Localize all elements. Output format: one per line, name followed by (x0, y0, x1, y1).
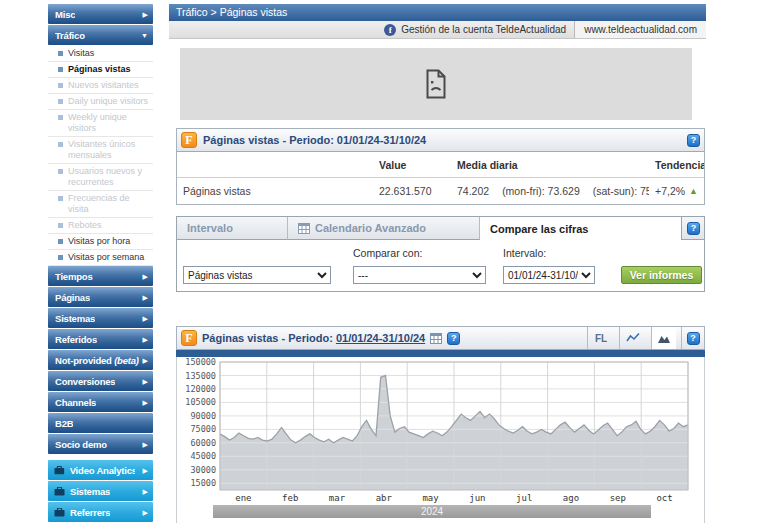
timeline-scrollbar[interactable]: 2024 (213, 505, 651, 518)
svg-text:75000: 75000 (190, 424, 216, 434)
chevron-right-icon: ▶ (140, 441, 148, 448)
tabs-row-filler: ? (682, 217, 704, 240)
bullet-icon (58, 223, 63, 228)
chevron-right-icon: ▶ (140, 509, 148, 516)
fl-toggle-button[interactable]: FL (587, 327, 614, 349)
pageviews-area-chart: 1500030000450006000075000900001050001200… (176, 357, 705, 523)
sidebar-item-conversiones[interactable]: Conversiones▶ (48, 371, 153, 391)
area-chart-toggle-button[interactable] (651, 327, 676, 349)
chevron-right-icon: ▶ (140, 399, 148, 406)
panel-summary-header: F Páginas vistas - Periodo: 01/01/24-31/… (177, 129, 704, 152)
chevron-right-icon: ▶ (140, 11, 148, 18)
help-icon[interactable]: ? (687, 222, 700, 235)
panel-summary-title: Páginas vistas - Periodo: 01/01/24-31/10… (203, 134, 426, 146)
briefcase-icon (54, 466, 65, 475)
compare-tabs-panel: Intervalo Calendario Avanzado Compare la… (176, 216, 705, 292)
metric-select[interactable]: Páginas vistas (183, 266, 331, 284)
panel-chart-header: F Páginas vistas - Periodo: 01/01/24-31/… (176, 326, 705, 350)
sidebar-item-channels[interactable]: Channels▶ (48, 392, 153, 412)
sidebar-subitem-frecuencias-de-visita: Frecuencias de visita (48, 191, 153, 218)
svg-text:mar: mar (329, 493, 346, 503)
compare-with-label: Comparar con: (353, 247, 422, 259)
sidebar-item-b2b[interactable]: B2B (48, 413, 153, 433)
svg-text:ago: ago (563, 493, 579, 503)
sidebar-item-referidos[interactable]: Referidos▶ (48, 329, 153, 349)
chevron-right-icon: ▶ (140, 315, 148, 322)
svg-text:oct: oct (656, 493, 672, 503)
row-trend: +7,2% ▲ (649, 185, 704, 197)
row-value: 22.631.570 (373, 185, 451, 197)
svg-text:60000: 60000 (190, 438, 216, 448)
chart-help-button[interactable]: ? (681, 327, 704, 349)
area-chart-canvas: 1500030000450006000075000900001050001200… (177, 357, 704, 523)
period-date-link[interactable]: 01/01/24-31/10/24 (336, 332, 425, 344)
svg-text:jul: jul (516, 493, 532, 503)
sidebar-subitem-usuarios-nuevos-y-recurrentes: Usuarios nuevos y recurrentes (48, 164, 153, 191)
svg-text:jun: jun (469, 493, 485, 503)
calendar-icon[interactable] (430, 332, 442, 344)
sidebar-subitem-visitas[interactable]: Visitas (48, 46, 153, 62)
row-label: Páginas vistas (177, 185, 373, 197)
bullet-icon (58, 169, 63, 174)
facebook-icon: f (384, 24, 396, 36)
sidebar-item-p-ginas[interactable]: Páginas▶ (48, 287, 153, 307)
chevron-right-icon: ▶ (140, 357, 148, 364)
line-chart-toggle-button[interactable] (619, 327, 646, 349)
row-media-diaria: 74.202 (mon-fri): 73.629 (sat-sun): 75.6… (451, 185, 649, 197)
chevron-right-icon: ▶ (140, 488, 148, 495)
bullet-icon (58, 115, 63, 120)
area-chart-icon (657, 332, 671, 344)
tab-calendario-avanzado[interactable]: Calendario Avanzado (288, 217, 480, 240)
help-icon[interactable]: ? (447, 332, 460, 345)
table-row: Páginas vistas 22.631.570 74.202 (mon-fr… (177, 178, 704, 204)
calendar-icon (298, 222, 310, 234)
col-header-value: Value (373, 159, 451, 171)
sidebar-item-not-provided[interactable]: Not-provided (beta)▶ (48, 350, 153, 370)
chevron-right-icon: ▶ (140, 273, 148, 280)
chevron-right-icon: ▶ (140, 378, 148, 385)
svg-text:120000: 120000 (185, 384, 216, 394)
help-icon[interactable]: ? (687, 134, 700, 147)
sidebar-item-sistemas[interactable]: Sistemas▶ (48, 481, 153, 501)
sidebar-subitem-visitas-por-hora[interactable]: Visitas por hora (48, 234, 153, 250)
sidebar-item-socio-demo[interactable]: Socio demo▶ (48, 434, 153, 454)
bullet-icon (58, 51, 63, 56)
bullet-icon (58, 239, 63, 244)
sidebar-subitem-daily-unique-visitors: Daily unique visitors (48, 94, 153, 110)
sidebar-item-video-analytics[interactable]: Video Analytics▶ (48, 460, 153, 480)
briefcase-icon (54, 508, 65, 517)
account-domain: www.teldeactualidad.com (574, 21, 706, 38)
sidebar-item-referrers[interactable]: Referrers▶ (48, 502, 153, 522)
tab-compare-las-cifras[interactable]: Compare las cifras (480, 217, 682, 240)
sidebar-subitem-visitas-por-semana[interactable]: Visitas por semana (48, 250, 153, 266)
sidebar-item-tr-fico[interactable]: Tráfico▼ (48, 25, 153, 45)
panel-paginas-vistas-summary: F Páginas vistas - Periodo: 01/01/24-31/… (176, 128, 705, 205)
sidebar-item-sistemas[interactable]: Sistemas▶ (48, 308, 153, 328)
stats-logo-icon: F (181, 330, 197, 346)
chevron-right-icon: ▶ (140, 336, 148, 343)
compare-with-select[interactable]: --- (353, 266, 486, 284)
ver-informes-button[interactable]: Ver informes (621, 266, 702, 284)
col-header-tendencia: Tendencia (649, 159, 704, 171)
account-management-link[interactable]: Gestión de la cuenta TeldeActualidad (401, 24, 566, 35)
interval-select[interactable]: 01/01/24-31/10/2 (503, 266, 595, 284)
chart-panel-strip (176, 350, 705, 357)
sidebar-item-misc[interactable]: Misc▶ (48, 4, 153, 24)
sidebar-subitem-p-ginas-vistas[interactable]: Páginas vistas (48, 62, 153, 78)
bullet-icon (58, 67, 63, 72)
sidebar-subitem-weekly-unique-visitors: Weekly unique visitors (48, 110, 153, 137)
sidebar-subitem-nuevos-visitantes: Nuevos visitantes (48, 78, 153, 94)
svg-text:ene: ene (235, 493, 251, 503)
compare-form: Comparar con: Intervalo: Páginas vistas … (177, 240, 704, 291)
svg-text:15000: 15000 (190, 478, 216, 488)
broken-image-icon (424, 69, 448, 99)
svg-text:30000: 30000 (190, 465, 216, 475)
svg-text:90000: 90000 (190, 411, 216, 421)
svg-text:may: may (422, 493, 439, 503)
chevron-down-icon: ▼ (138, 32, 148, 39)
tab-intervalo[interactable]: Intervalo (177, 217, 288, 240)
sidebar-item-tiempos[interactable]: Tiempos▶ (48, 266, 153, 286)
account-bar: f Gestión de la cuenta TeldeActualidad w… (169, 21, 706, 39)
bullet-icon (58, 255, 63, 260)
bullet-icon (58, 83, 63, 88)
